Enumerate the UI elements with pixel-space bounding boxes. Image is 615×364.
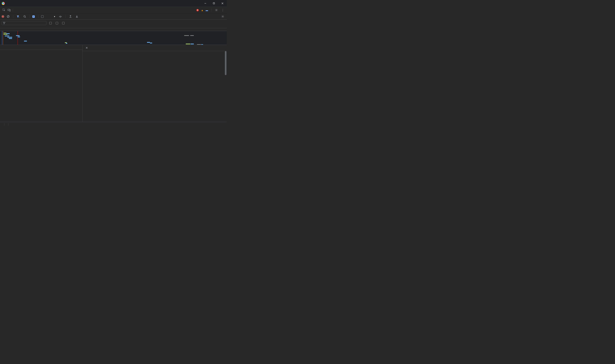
svg-point-7 [216, 10, 217, 11]
window-controls [204, 2, 225, 4]
warnings-indicator[interactable]: ▲ [201, 9, 204, 12]
devtools-toolbar: ✕ ▲ ▬ ⋮ [0, 7, 227, 13]
svg-point-10 [24, 15, 25, 17]
request-list-panel [0, 45, 83, 122]
hide-extension-urls-checkbox[interactable] [62, 22, 66, 24]
resource-type-filters [2, 26, 225, 28]
error-icon: ✕ [196, 9, 199, 11]
network-settings-icon[interactable] [220, 14, 225, 19]
window-titlebar [0, 0, 227, 7]
maximize-button[interactable] [213, 2, 215, 4]
checkbox-icon [32, 15, 35, 18]
close-detail-button[interactable]: ✕ [84, 45, 89, 50]
upload-icon[interactable] [68, 14, 73, 19]
divider [65, 15, 65, 18]
filter-icon[interactable]: • [16, 14, 21, 19]
filter-bar [0, 20, 227, 28]
status-bar [0, 122, 227, 127]
timeline-overview[interactable] [0, 28, 227, 45]
divider [13, 9, 13, 12]
clear-button[interactable] [6, 14, 11, 19]
svg-point-15 [222, 16, 223, 17]
tabs-overflow[interactable] [14, 8, 19, 12]
divider [211, 9, 211, 12]
minimize-button[interactable] [204, 2, 207, 4]
info-icon: ▬ [206, 9, 208, 12]
svg-rect-6 [10, 10, 10, 11]
search-icon[interactable] [22, 14, 27, 19]
detail-tabs: ✕ [83, 45, 227, 51]
record-button[interactable] [2, 15, 4, 18]
request-list-header[interactable] [0, 45, 82, 50]
detail-body[interactable] [83, 51, 227, 122]
scrollbar[interactable] [224, 51, 227, 122]
close-button[interactable] [221, 2, 223, 4]
filter-input[interactable] [7, 22, 45, 24]
settings-icon[interactable] [214, 8, 219, 13]
svg-point-12 [60, 17, 61, 18]
chevron-down-icon: ▾ [54, 15, 55, 18]
checkbox-icon [41, 15, 44, 18]
errors-indicator[interactable]: ✕ [196, 9, 199, 11]
network-conditions-icon[interactable] [58, 14, 63, 19]
download-icon[interactable] [75, 14, 79, 19]
device-toggle-icon[interactable] [7, 8, 12, 13]
scrollbar-thumb[interactable] [225, 51, 226, 75]
inspect-element-icon[interactable] [2, 8, 6, 13]
invert-checkbox[interactable] [49, 22, 53, 24]
svg-line-9 [7, 16, 9, 17]
svg-line-11 [25, 17, 26, 18]
warning-icon: ▲ [201, 9, 203, 12]
throttling-select[interactable]: ▾ [46, 15, 56, 18]
funnel-icon [3, 22, 5, 24]
preserve-log-checkbox[interactable] [32, 15, 36, 18]
chrome-icon [2, 2, 5, 5]
request-list [0, 50, 82, 122]
more-icon[interactable]: ⋮ [220, 8, 225, 13]
filter-input-wrap[interactable] [2, 21, 46, 25]
hide-data-urls-checkbox[interactable] [56, 22, 59, 24]
svg-rect-1 [213, 2, 215, 4]
network-toolbar: • ▾ [0, 13, 227, 20]
request-detail-panel: ✕ [83, 45, 227, 122]
main-content: ✕ [0, 45, 227, 122]
info-indicator[interactable]: ▬ [206, 9, 209, 12]
disable-cache-checkbox[interactable] [41, 15, 45, 18]
